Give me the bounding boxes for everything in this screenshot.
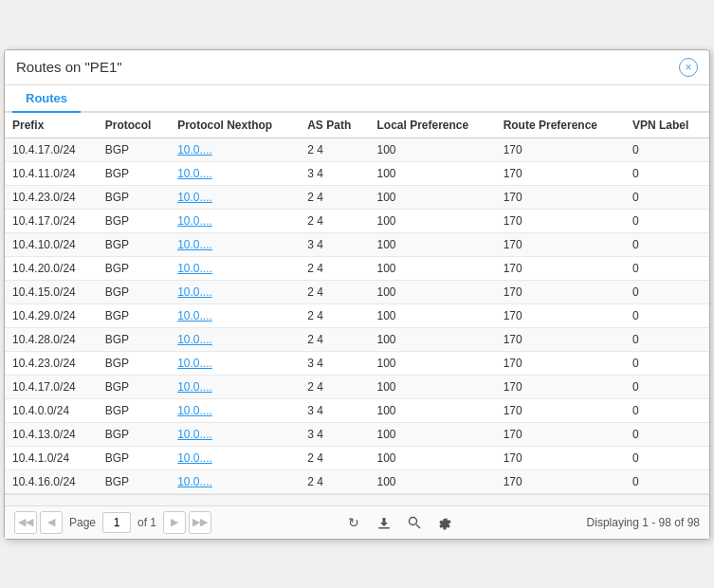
cell-local_pref: 100 [369, 209, 495, 232]
cell-route_pref: 170 [496, 446, 625, 469]
cell-aspath: 3 4 [300, 232, 369, 256]
cell-vpn_label: 0 [625, 280, 709, 303]
cell-route_pref: 170 [496, 256, 625, 280]
cell-route_pref: 170 [496, 161, 625, 185]
cell-protocol: BGP [98, 469, 170, 493]
table-wrapper: Prefix Protocol Protocol Nexthop AS Path… [5, 113, 709, 494]
cell-vpn_label: 0 [625, 303, 709, 327]
cell-vpn_label: 0 [625, 138, 709, 161]
dialog-title: Routes on "PE1" [16, 59, 122, 75]
table-row: 10.4.0.0/24BGP10.0....3 41001700 [5, 398, 709, 422]
cell-protocol: BGP [98, 398, 170, 422]
cell-prefix: 10.4.17.0/24 [5, 138, 98, 161]
cell-aspath: 2 4 [300, 303, 369, 327]
cell-aspath: 2 4 [300, 375, 369, 398]
close-button[interactable]: × [679, 58, 698, 77]
cell-vpn_label: 0 [625, 446, 709, 469]
tab-routes[interactable]: Routes [12, 85, 81, 113]
cell-nexthop[interactable]: 10.0.... [170, 375, 300, 398]
cell-protocol: BGP [98, 280, 170, 303]
cell-prefix: 10.4.15.0/24 [5, 280, 98, 303]
cell-nexthop[interactable]: 10.0.... [170, 138, 300, 161]
cell-protocol: BGP [98, 422, 170, 446]
cell-local_pref: 100 [369, 138, 495, 161]
dialog-header: Routes on "PE1" × [5, 50, 709, 85]
page-input[interactable] [102, 512, 131, 533]
cell-vpn_label: 0 [625, 256, 709, 280]
cell-protocol: BGP [98, 303, 170, 327]
settings-icon[interactable] [433, 511, 456, 534]
first-page-button[interactable]: ◀◀ [14, 511, 37, 534]
cell-prefix: 10.4.16.0/24 [5, 469, 98, 493]
table-row: 10.4.16.0/24BGP10.0....2 41001700 [5, 469, 709, 493]
cell-aspath: 2 4 [300, 469, 369, 493]
cell-aspath: 2 4 [300, 138, 369, 161]
cell-nexthop[interactable]: 10.0.... [170, 327, 300, 351]
table-body: 10.4.17.0/24BGP10.0....2 4100170010.4.11… [5, 138, 709, 493]
cell-prefix: 10.4.23.0/24 [5, 351, 98, 375]
next-page-button[interactable]: ▶ [163, 511, 186, 534]
cell-nexthop[interactable]: 10.0.... [170, 161, 300, 185]
cell-nexthop[interactable]: 10.0.... [170, 446, 300, 469]
cell-aspath: 2 4 [300, 209, 369, 232]
refresh-icon[interactable]: ↻ [342, 511, 365, 534]
cell-nexthop[interactable]: 10.0.... [170, 351, 300, 375]
cell-local_pref: 100 [369, 161, 495, 185]
cell-local_pref: 100 [369, 351, 495, 375]
cell-nexthop[interactable]: 10.0.... [170, 398, 300, 422]
search-icon[interactable] [403, 511, 426, 534]
cell-aspath: 2 4 [300, 446, 369, 469]
cell-vpn_label: 0 [625, 375, 709, 398]
cell-vpn_label: 0 [625, 327, 709, 351]
cell-nexthop[interactable]: 10.0.... [170, 256, 300, 280]
cell-prefix: 10.4.10.0/24 [5, 232, 98, 256]
cell-nexthop[interactable]: 10.0.... [170, 303, 300, 327]
table-row: 10.4.11.0/24BGP10.0....3 41001700 [5, 161, 709, 185]
dialog: Routes on "PE1" × Routes Prefix Protocol… [4, 49, 710, 540]
cell-nexthop[interactable]: 10.0.... [170, 185, 300, 209]
svg-line-2 [416, 524, 420, 528]
page-label: Page [69, 516, 96, 529]
cell-local_pref: 100 [369, 375, 495, 398]
cell-prefix: 10.4.20.0/24 [5, 256, 98, 280]
cell-local_pref: 100 [369, 469, 495, 493]
table-scroll[interactable]: Prefix Protocol Protocol Nexthop AS Path… [5, 113, 709, 494]
cell-aspath: 2 4 [300, 327, 369, 351]
table-row: 10.4.17.0/24BGP10.0....2 41001700 [5, 138, 709, 161]
cell-protocol: BGP [98, 446, 170, 469]
cell-local_pref: 100 [369, 446, 495, 469]
cell-nexthop[interactable]: 10.0.... [170, 280, 300, 303]
cell-nexthop[interactable]: 10.0.... [170, 422, 300, 446]
cell-protocol: BGP [98, 209, 170, 232]
last-page-button[interactable]: ▶▶ [189, 511, 211, 534]
cell-route_pref: 170 [496, 375, 625, 398]
cell-nexthop[interactable]: 10.0.... [170, 209, 300, 232]
cell-local_pref: 100 [369, 185, 495, 209]
display-text: Displaying 1 - 98 of 98 [587, 516, 700, 529]
col-route-pref: Route Preference [496, 113, 625, 138]
table-row: 10.4.17.0/24BGP10.0....2 41001700 [5, 209, 709, 232]
cell-nexthop[interactable]: 10.0.... [170, 469, 300, 493]
cell-route_pref: 170 [496, 138, 625, 161]
cell-aspath: 3 4 [300, 398, 369, 422]
cell-nexthop[interactable]: 10.0.... [170, 232, 300, 256]
table-header-row: Prefix Protocol Protocol Nexthop AS Path… [5, 113, 709, 138]
prev-page-button[interactable]: ◀ [40, 511, 63, 534]
table-row: 10.4.20.0/24BGP10.0....2 41001700 [5, 256, 709, 280]
horizontal-scrollbar[interactable] [5, 494, 709, 505]
pagination-left: ◀◀ ◀ Page of 1 ▶ ▶▶ [14, 511, 211, 534]
pagination-actions: ↻ [342, 511, 456, 534]
cell-route_pref: 170 [496, 398, 625, 422]
table-row: 10.4.10.0/24BGP10.0....3 41001700 [5, 232, 709, 256]
pagination-bar: ◀◀ ◀ Page of 1 ▶ ▶▶ ↻ [5, 505, 709, 539]
col-protocol: Protocol [98, 113, 170, 138]
cell-route_pref: 170 [496, 280, 625, 303]
table-row: 10.4.28.0/24BGP10.0....2 41001700 [5, 327, 709, 351]
download-icon[interactable] [373, 511, 395, 534]
cell-vpn_label: 0 [625, 351, 709, 375]
cell-prefix: 10.4.17.0/24 [5, 209, 98, 232]
cell-protocol: BGP [98, 327, 170, 351]
cell-prefix: 10.4.29.0/24 [5, 303, 98, 327]
cell-route_pref: 170 [496, 469, 625, 493]
tabs-bar: Routes [5, 85, 709, 113]
